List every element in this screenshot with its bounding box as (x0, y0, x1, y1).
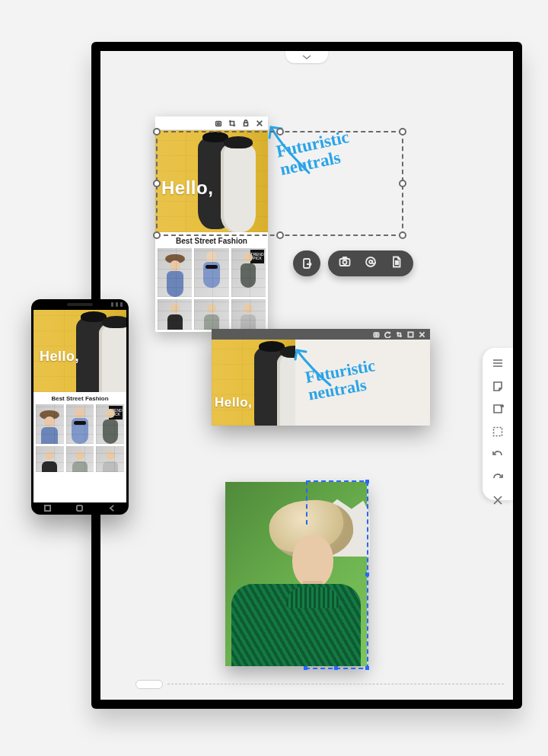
svg-rect-12 (45, 505, 50, 510)
capture-icon[interactable] (215, 120, 222, 127)
svg-point-9 (375, 333, 377, 335)
badge-trend-pick: TREND PICK (250, 250, 264, 263)
document-button[interactable] (390, 256, 403, 271)
section-title: Best Street Fashion (155, 232, 268, 248)
snippet-close-icon[interactable] (419, 331, 425, 338)
sidebar-close-button[interactable] (491, 494, 505, 506)
hero-image: Hello, (155, 130, 268, 232)
svg-point-6 (366, 257, 375, 266)
snippet-window[interactable]: Hello, Futuristic neutrals (212, 329, 430, 426)
lock-icon[interactable] (242, 120, 250, 127)
bluesel-handle-mr[interactable] (365, 573, 369, 576)
phone-thumb-5[interactable] (66, 446, 94, 472)
chevron-down-icon (302, 53, 311, 61)
send-to-device-button[interactable] (293, 250, 320, 276)
resize-handle-top-middle[interactable] (276, 128, 284, 136)
camera-button[interactable] (339, 256, 351, 271)
bluesel-handle-br[interactable] (365, 666, 369, 670)
resize-handle-bottom-right[interactable] (399, 231, 406, 239)
thumb-2[interactable] (194, 248, 228, 297)
svg-rect-11 (494, 428, 502, 436)
flip-board-canvas[interactable]: Hello, Best Street Fashion TREND PICK (100, 51, 513, 700)
phone-hero-image: Hello, (33, 310, 126, 392)
phone-earpiece (67, 303, 93, 306)
phone-back-icon[interactable] (109, 505, 116, 512)
phone-screen[interactable]: Hello, Best Street Fashion TREND PICK (33, 310, 126, 502)
mirror-toolbar (155, 116, 268, 130)
snippet-crop-icon[interactable] (396, 331, 403, 338)
bluesel-handle-bm[interactable] (334, 666, 338, 670)
snippet-capture-icon[interactable] (373, 331, 380, 338)
svg-rect-13 (77, 505, 82, 510)
note-button[interactable] (491, 380, 505, 392)
snippet-titlebar[interactable] (212, 329, 430, 340)
phone-home-icon[interactable] (76, 505, 83, 512)
thumb-5[interactable] (194, 299, 228, 330)
flip-board-device: Hello, Best Street Fashion TREND PICK (91, 42, 522, 709)
phone-nav-keys (31, 504, 129, 512)
phone-badge-trend-pick: TREND PICK (109, 406, 123, 419)
svg-rect-3 (304, 259, 310, 268)
email-button[interactable] (365, 256, 377, 271)
smartphone-device: Hello, Best Street Fashion TREND PICK (31, 299, 129, 515)
bluesel-handle-tr[interactable] (365, 480, 369, 483)
snippet-body: Hello, Futuristic neutrals (212, 340, 430, 426)
crop-icon[interactable] (228, 120, 236, 127)
top-chevron-tab[interactable] (285, 51, 328, 63)
phone-status-icons (111, 302, 123, 307)
redo-button[interactable] (491, 471, 505, 483)
snippet-hero-image: Hello, (212, 340, 295, 426)
phone-thumb-3[interactable]: TREND PICK (96, 404, 124, 444)
undo-button[interactable] (491, 448, 505, 461)
action-pill-group (328, 250, 413, 276)
snippet-maximize-icon[interactable] (407, 331, 414, 338)
mirrored-screen-panel[interactable]: Hello, Best Street Fashion TREND PICK (155, 116, 268, 332)
svg-point-5 (343, 260, 347, 264)
phone-thumb-row-1: TREND PICK (33, 404, 126, 444)
phone-thumb-6[interactable] (96, 446, 124, 472)
hero-greeting: Hello, (161, 177, 213, 199)
thumb-6[interactable] (231, 299, 266, 330)
page-divider (167, 684, 504, 684)
close-icon[interactable] (256, 120, 263, 127)
phone-hero-greeting: Hello, (40, 349, 79, 365)
page-handle[interactable] (135, 680, 163, 689)
phone-thumb-row-2 (33, 444, 126, 474)
floating-action-bar (293, 250, 413, 276)
thumb-3[interactable]: TREND PICK (231, 248, 266, 297)
thumb-1[interactable] (158, 248, 192, 297)
phone-section-title: Best Street Fashion (33, 392, 126, 404)
svg-rect-2 (244, 123, 248, 126)
svg-point-7 (369, 260, 372, 263)
phone-thumb-4[interactable] (36, 446, 64, 472)
svg-point-1 (218, 123, 220, 125)
bluesel-handle-bl[interactable] (304, 666, 307, 670)
auto-selection-outline[interactable] (306, 480, 368, 669)
resize-handle-bottom-middle[interactable] (276, 231, 284, 239)
thumb-4[interactable] (158, 299, 192, 330)
menu-button[interactable] (491, 357, 505, 369)
resize-handle-middle-right[interactable] (399, 180, 406, 187)
snippet-refresh-icon[interactable] (384, 331, 391, 338)
export-button[interactable] (491, 403, 505, 415)
svg-rect-10 (408, 332, 413, 337)
handwritten-annotation-1: Futuristic neutrals (275, 116, 409, 180)
thumbnail-row-2 (155, 297, 268, 332)
phone-thumb-2[interactable] (66, 404, 94, 444)
side-toolbar (483, 348, 513, 500)
select-button[interactable] (491, 426, 505, 438)
phone-recent-icon[interactable] (44, 505, 51, 512)
snippet-hero-greeting: Hello, (215, 395, 252, 410)
phone-thumb-1[interactable] (36, 404, 64, 444)
thumbnail-row-1: TREND PICK (155, 248, 268, 297)
